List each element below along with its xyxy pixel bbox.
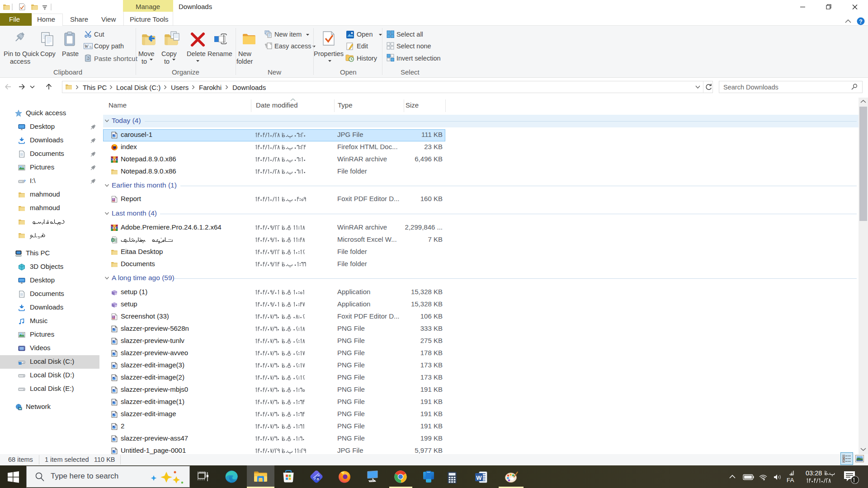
- svg-text:?: ?: [24, 179, 26, 183]
- svg-text:o: o: [316, 477, 319, 481]
- svg-text:W: W: [476, 474, 482, 481]
- svg-text:?: ?: [859, 19, 862, 25]
